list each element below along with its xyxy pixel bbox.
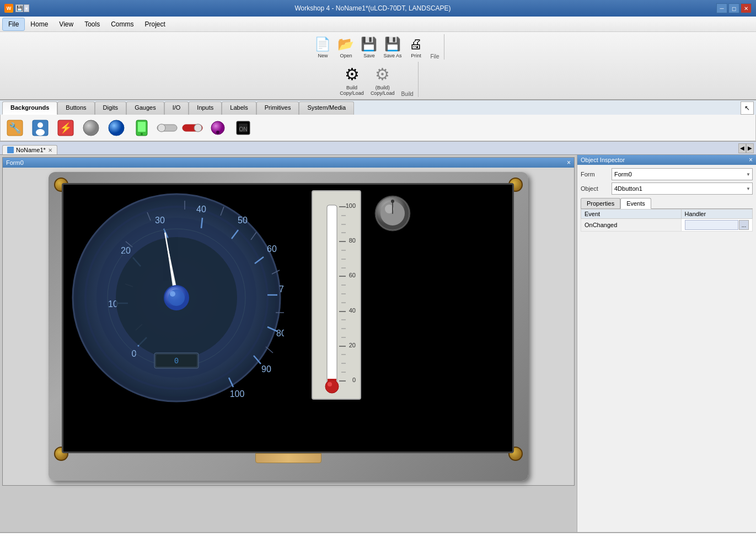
open-label: Open xyxy=(340,53,352,58)
object-inspector: Object Inspector × Form Form0 ▼ Object 4… xyxy=(577,155,756,532)
svg-text:40: 40 xyxy=(349,307,356,314)
menu-file[interactable]: File xyxy=(2,18,25,31)
oi-close-btn[interactable]: × xyxy=(749,156,753,164)
oi-title: Object Inspector xyxy=(581,157,625,163)
tab-digits[interactable]: Digits xyxy=(95,101,127,115)
menu-project[interactable]: Project xyxy=(140,18,171,30)
widget-icon-purple[interactable] xyxy=(207,118,229,138)
open-icon: 📂 xyxy=(337,35,355,53)
oi-object-label: Object xyxy=(581,185,609,192)
tab-system-media[interactable]: System/Media xyxy=(299,101,354,115)
oi-col-event: Event xyxy=(581,210,682,219)
knob1-widget[interactable] xyxy=(374,195,411,232)
tab-inputs[interactable]: Inputs xyxy=(189,101,222,115)
new-button[interactable]: 📄 New xyxy=(312,34,334,60)
widget-icon-toggle-off[interactable] xyxy=(156,118,178,138)
menu-tools[interactable]: Tools xyxy=(79,18,105,30)
svg-text:80: 80 xyxy=(349,237,356,244)
oi-ellipsis-btn[interactable]: ... xyxy=(739,220,749,230)
tab-io[interactable]: I/O xyxy=(164,101,189,115)
svg-text:🔧: 🔧 xyxy=(9,122,22,134)
nav-arrow-right[interactable]: ▶ xyxy=(746,143,754,153)
menu-home[interactable]: Home xyxy=(25,18,53,30)
oi-form-label: Form xyxy=(581,171,609,178)
file-group-label: File xyxy=(430,53,439,60)
widget-icon-circle-gradient[interactable] xyxy=(80,118,102,138)
tab-gauges[interactable]: Gauges xyxy=(126,101,164,115)
save-as-button[interactable]: 💾 Save As xyxy=(381,34,404,60)
svg-text:80: 80 xyxy=(276,329,284,338)
cursor-select-icon[interactable]: ↖ xyxy=(741,101,754,115)
speedometer-svg: 0 10 20 30 40 50 60 70 80 90 100 xyxy=(69,190,284,405)
oi-body: Form Form0 ▼ Object 4Dbutton1 ▼ xyxy=(577,165,756,532)
oi-form-select[interactable]: Form0 xyxy=(612,168,753,180)
svg-text:60: 60 xyxy=(349,272,356,278)
widget-icon-person[interactable] xyxy=(29,118,51,138)
svg-text:⚡: ⚡ xyxy=(60,122,72,134)
oi-tab-events[interactable]: Events xyxy=(620,198,651,209)
svg-point-106 xyxy=(391,200,394,203)
oi-event-handler: ... xyxy=(681,219,752,232)
knob1-svg xyxy=(374,195,411,232)
minimize-btn[interactable]: ─ xyxy=(716,3,727,13)
svg-text:0: 0 xyxy=(174,356,179,365)
tab-buttons[interactable]: Buttons xyxy=(57,101,94,115)
widget-tabs-panel: Backgrounds Buttons Digits Gauges I/O In… xyxy=(0,100,756,142)
svg-rect-10 xyxy=(138,122,146,132)
print-button[interactable]: 🖨 Print xyxy=(405,34,427,60)
save-button[interactable]: 💾 Save xyxy=(358,34,380,60)
ribbon-build-group: ⚙ BuildCopy/Load ⚙ (Build)Copy/Load Buil… xyxy=(337,62,418,97)
print-label: Print xyxy=(411,53,421,58)
dropdown-arrow[interactable]: ▼ xyxy=(24,4,29,12)
oi-object-row: Object 4Dbutton1 ▼ xyxy=(581,182,753,195)
lcd-device: 0 10 20 30 40 50 60 70 80 90 100 xyxy=(49,172,528,481)
widget-icon-blue-circle[interactable] xyxy=(105,118,127,138)
doc-tab-noname1[interactable]: NoName1* ✕ xyxy=(2,145,57,154)
widget-icon-lightning[interactable]: ⚡ xyxy=(55,118,77,138)
tab-labels[interactable]: Labels xyxy=(222,101,256,115)
new-label: New xyxy=(318,53,328,58)
menu-view[interactable]: View xyxy=(53,18,79,30)
widget-icon-toggle-on[interactable] xyxy=(181,118,203,138)
doc-tab-close[interactable]: ✕ xyxy=(48,147,52,153)
tab-backgrounds[interactable]: Backgrounds xyxy=(2,101,57,115)
svg-point-13 xyxy=(158,124,165,132)
svg-point-7 xyxy=(83,120,99,136)
widget-icons-bar: 🔧 ⚡ xyxy=(0,115,756,141)
speedometer-widget[interactable]: 0 10 20 30 40 50 60 70 80 90 100 xyxy=(69,190,284,405)
form-close-btn[interactable]: × xyxy=(567,159,571,167)
nav-arrow-left[interactable]: ◀ xyxy=(738,143,746,153)
build-copy-load-button[interactable]: ⚙ BuildCopy/Load xyxy=(337,62,366,97)
thermometer-widget[interactable]: 100 80 60 40 20 0 xyxy=(312,190,361,400)
svg-point-99 xyxy=(325,380,339,393)
menu-comms[interactable]: Comms xyxy=(105,18,139,30)
svg-text:70: 70 xyxy=(279,284,284,294)
form-panel: Form0 × xyxy=(2,157,575,486)
build-copy-load2-button[interactable]: ⚙ (Build)Copy/Load xyxy=(368,62,397,97)
titlebar: W 💾 ▼ Workshop 4 - NoName1*(uLCD-70DT, L… xyxy=(0,0,756,17)
save-as-icon: 💾 xyxy=(384,35,401,53)
new-icon: 📄 xyxy=(314,35,331,53)
widget-icon-black-rect[interactable]: ON xyxy=(232,118,254,138)
svg-point-18 xyxy=(216,131,219,134)
form-title: Form0 xyxy=(6,159,24,166)
oi-handler-input[interactable] xyxy=(685,220,738,230)
widget-icon-phone[interactable] xyxy=(131,118,153,138)
svg-point-16 xyxy=(194,124,202,132)
build-icon: ⚙ xyxy=(341,63,363,85)
oi-object-select[interactable]: 4Dbutton1 xyxy=(612,182,753,195)
close-btn[interactable]: ✕ xyxy=(741,3,752,13)
oi-tab-properties[interactable]: Properties xyxy=(581,198,620,208)
open-button[interactable]: 📂 Open xyxy=(335,34,357,60)
svg-text:40: 40 xyxy=(196,205,206,214)
quick-access-icon[interactable]: 💾 xyxy=(15,4,23,12)
svg-text:100: 100 xyxy=(346,202,356,209)
lcd-connector xyxy=(255,453,321,463)
restore-btn[interactable]: ◻ xyxy=(728,3,739,13)
window-controls: ─ ◻ ✕ xyxy=(716,3,752,13)
widget-icon-wrench[interactable]: 🔧 xyxy=(4,118,26,138)
oi-form-row: Form Form0 ▼ xyxy=(581,168,753,180)
svg-point-11 xyxy=(141,133,143,135)
ribbon: 📄 New 📂 Open 💾 Save 💾 Save As 🖨 Print Fi… xyxy=(0,32,756,100)
tab-primitives[interactable]: Primitives xyxy=(256,101,299,115)
